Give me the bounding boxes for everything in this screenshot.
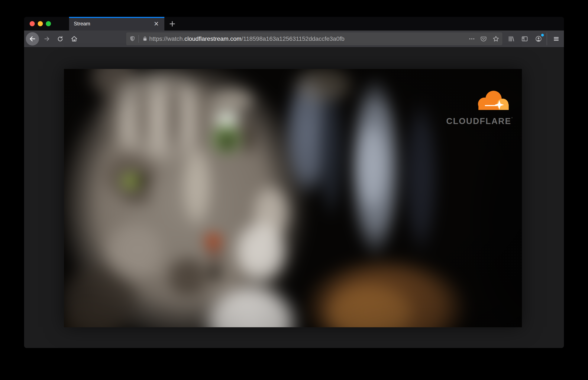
home-button[interactable] bbox=[70, 35, 78, 43]
tab-stream[interactable]: Stream × bbox=[69, 17, 164, 31]
tab-title: Stream bbox=[74, 21, 90, 27]
library-icon bbox=[508, 35, 515, 42]
sidebar-button[interactable] bbox=[520, 34, 529, 43]
url-bar[interactable]: https://watch.cloudflarestream.com/11859… bbox=[126, 33, 502, 45]
brand-trademark: ’ bbox=[511, 116, 513, 121]
desktop: { "tabbar": { "tab_title": "Stream", "cl… bbox=[0, 0, 588, 380]
url-text[interactable]: https://watch.cloudflarestream.com/11859… bbox=[149, 33, 345, 45]
toolbar-divider bbox=[547, 33, 547, 45]
star-icon bbox=[492, 35, 500, 42]
pocket-icon bbox=[480, 36, 487, 42]
hamburger-icon bbox=[553, 35, 560, 42]
save-to-pocket-button[interactable] bbox=[478, 34, 489, 44]
forward-button[interactable] bbox=[43, 35, 51, 43]
window-minimize-button[interactable] bbox=[38, 21, 43, 26]
tracking-protection-button[interactable] bbox=[127, 34, 138, 44]
shield-icon bbox=[129, 36, 136, 42]
video-player[interactable]: CLOUDFLARE’ bbox=[64, 69, 522, 327]
url-path: /118598a163a125631152ddaccfe3a0fb bbox=[242, 36, 345, 42]
brand-text: CLOUDFLARE bbox=[446, 116, 511, 126]
menu-button[interactable] bbox=[552, 34, 561, 43]
back-icon bbox=[29, 35, 36, 43]
back-button[interactable] bbox=[26, 32, 39, 45]
forward-icon bbox=[43, 36, 50, 42]
window-zoom-button[interactable] bbox=[46, 21, 51, 26]
home-icon bbox=[70, 35, 78, 42]
browser-window: Stream × + https://watch.cl bbox=[24, 17, 564, 348]
new-tab-button[interactable]: + bbox=[167, 18, 178, 29]
window-close-button[interactable] bbox=[30, 21, 35, 26]
reload-icon bbox=[57, 36, 64, 42]
account-notification-dot bbox=[541, 33, 544, 37]
tab-close-button[interactable]: × bbox=[152, 17, 161, 31]
tab-bar: Stream × + bbox=[24, 17, 564, 31]
url-domain: cloudflarestream.com bbox=[184, 36, 242, 42]
cloudflare-wordmark: CLOUDFLARE’ bbox=[439, 116, 513, 126]
window-controls bbox=[24, 17, 69, 31]
sidebar-icon bbox=[521, 35, 528, 42]
ellipsis-icon bbox=[468, 36, 475, 42]
url-scheme-subdomain: https://watch. bbox=[149, 36, 184, 42]
bookmark-star-button[interactable] bbox=[491, 34, 501, 44]
cloudflare-cloud-logo bbox=[475, 87, 510, 115]
navigation-toolbar: https://watch.cloudflarestream.com/11859… bbox=[24, 31, 564, 47]
page-actions-button[interactable] bbox=[467, 34, 477, 44]
reload-button[interactable] bbox=[56, 35, 64, 43]
site-identity-button[interactable] bbox=[140, 34, 150, 44]
urlbar-divider bbox=[138, 35, 139, 43]
lock-icon bbox=[142, 36, 148, 42]
page-content: CLOUDFLARE’ bbox=[24, 48, 564, 348]
video-vignette bbox=[64, 69, 522, 327]
library-button[interactable] bbox=[507, 34, 516, 43]
